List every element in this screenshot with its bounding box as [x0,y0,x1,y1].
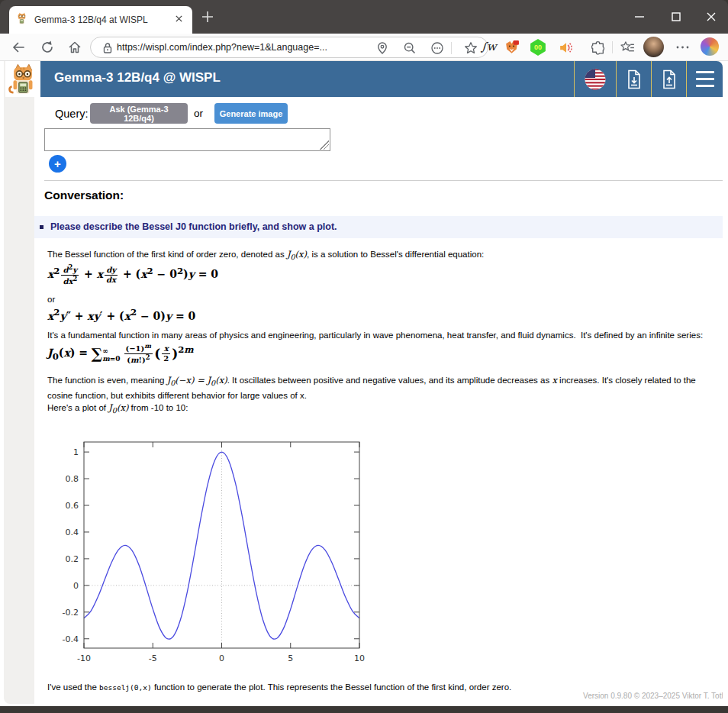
toolbar-divider [612,41,613,53]
formula-series: J0(x) = ∑∞m=0(−1)m(m!)2(x2)2m [47,343,194,365]
menu-hamburger-button[interactable] [687,61,723,97]
browser-titlebar: Gemma-3 12B/q4 at WISPL [0,0,728,34]
url-text[interactable]: https://wispl.com/index.php?new=1&Langua… [117,42,327,53]
window-minimize-button[interactable] [632,9,647,24]
conversation-heading: Conversation: [44,189,124,202]
add-attachment-button[interactable]: + [49,155,66,173]
window-bottom-edge [0,706,728,713]
query-input[interactable] [44,128,330,151]
site-favicon-icon [15,12,28,28]
svg-text:5: 5 [288,653,293,663]
fox-extension-icon[interactable] [504,40,519,55]
generate-image-button[interactable]: Generate image [214,103,288,124]
tab-close-icon[interactable] [172,15,186,25]
or-label: or [194,108,203,119]
new-tab-button[interactable] [200,9,215,24]
ask-button[interactable]: Ask (Gemma-3 12B/q4) [90,103,188,124]
download-conversation-button[interactable] [617,61,651,97]
addressbar-divider [451,42,452,54]
home-icon[interactable] [67,40,82,55]
settings-dots-icon[interactable] [675,41,690,56]
svg-text:0.8: 0.8 [66,474,79,484]
copilot-icon[interactable] [701,37,719,56]
svg-text:0: 0 [219,653,224,663]
main-content: Query: Ask (Gemma-3 12B/q4) or Generate … [34,97,723,704]
window-maximize-button[interactable] [668,9,684,24]
svg-text:0.2: 0.2 [66,554,79,564]
math-extension-icon[interactable]: ∫w [481,40,497,53]
bullet-icon [40,225,43,229]
user-question-row: Please describe the Bessel J0 function b… [34,216,723,238]
svg-text:1: 1 [73,447,79,457]
extensions-puzzle-icon[interactable] [590,40,605,55]
speaker-icon[interactable] [558,40,573,55]
favorite-star-icon[interactable] [463,40,478,56]
language-flag-button[interactable] [575,61,616,97]
window-close-button[interactable] [704,9,719,24]
app-header: Gemma-3 12B/q4 @ WISPL [40,61,723,97]
answer-or: or [47,293,722,305]
back-icon[interactable] [11,40,26,55]
svg-text:-0.4: -0.4 [63,634,79,644]
favorites-hub-icon[interactable] [620,40,635,55]
svg-text:0.6: 0.6 [66,501,79,511]
site-logo[interactable] [5,61,40,97]
browser-toolbar: https://wispl.com/index.php?new=1&Langua… [0,34,728,61]
svg-text:0: 0 [73,581,79,591]
formula-differential-equation-2: x2y″ + xy′ + (x2 − 0)y = 0 [47,307,195,322]
version-text: Version 0.9.80 © 2023–2025 Viktor T. Tot… [583,692,723,700]
svg-text:0.4: 0.4 [66,527,79,537]
svg-text:10: 10 [354,653,365,663]
answer-paragraph-4: Here's a plot of J0(x) from -10 to 10: [47,402,722,417]
reload-icon[interactable] [40,40,55,55]
browser-window: Gemma-3 12B/q4 at WISPL [0,0,728,713]
query-label: Query: [55,108,89,120]
location-pin-icon[interactable] [375,40,390,56]
upload-conversation-button[interactable] [652,61,686,97]
green-badge-icon[interactable]: 00 [530,39,546,56]
answer-paragraph-3: The function is even, meaning J0(−x) = J… [47,374,722,402]
profile-avatar[interactable] [643,37,664,57]
svg-text:-10: -10 [77,653,91,663]
more-tools-icon[interactable] [430,40,445,56]
browser-tab[interactable]: Gemma-3 12B/q4 at WISPL [9,6,192,34]
bessel-plot: -10-50510-0.4-0.200.20.40.60.81 [60,430,388,668]
divider [44,180,723,181]
lock-icon[interactable] [100,40,115,56]
tab-title: Gemma-3 12B/q4 at WISPL [34,15,172,25]
zoom-out-icon[interactable] [402,40,417,56]
user-question: Please describe the Bessel J0 function b… [50,221,337,232]
page-viewport: Gemma-3 12B/q4 @ WISPL Query: Ask (Gemma… [0,61,728,706]
answer-paragraph-2: It's a fundamental function in many area… [47,329,722,341]
resize-handle[interactable] [320,140,329,150]
formula-differential-equation: x2d2ydx2 + xdydx + (x2 − 02)y = 0 [47,264,218,286]
page-left-sidebar [4,61,34,704]
address-bar[interactable]: https://wispl.com/index.php?new=1&Langua… [90,37,488,58]
svg-text:-5: -5 [149,653,157,663]
answer-paragraph-1: The Bessel function of the first kind of… [47,248,722,263]
svg-text:-0.2: -0.2 [63,608,79,618]
app-title: Gemma-3 12B/q4 @ WISPL [54,70,221,85]
